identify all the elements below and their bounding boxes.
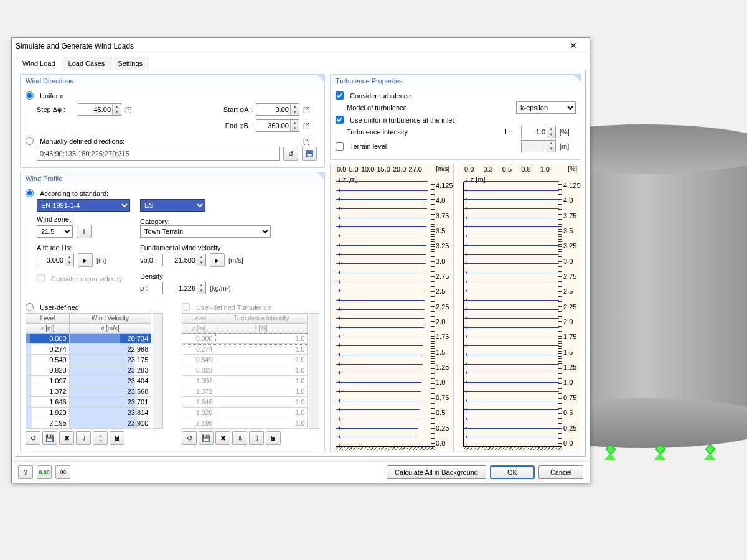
unit-step: [°] xyxy=(125,106,141,113)
label-rho: ρ : xyxy=(140,284,159,292)
help-icon-button[interactable]: ? xyxy=(18,465,33,479)
unit-end: [°] xyxy=(303,122,319,129)
scrollbar-velocity-table[interactable] xyxy=(153,313,163,429)
table-row: 0.5491.0 xyxy=(182,355,308,365)
table-row: 1.9201.0 xyxy=(182,408,308,418)
chart-turbulence-intensity: 0.00.30.50.81.0 [%] ↑ z [m] 0.00.250.50.… xyxy=(458,164,581,452)
chart-vel-xunit: [m/s] xyxy=(436,166,449,172)
delete-row-icon[interactable]: ✖ xyxy=(215,431,230,445)
table-row: 1.3721.0 xyxy=(182,386,308,397)
wind-loads-dialog: Simulate and Generate Wind Loads ✕ Wind … xyxy=(11,37,590,483)
input-rho[interactable] xyxy=(162,282,206,294)
label-category: Category: xyxy=(140,218,170,225)
radio-user-defined[interactable] xyxy=(26,303,34,311)
input-end[interactable] xyxy=(256,119,299,132)
select-wind-zone[interactable]: 21.5 xyxy=(37,225,73,238)
input-manual-directions[interactable] xyxy=(37,147,280,161)
group-title-turbulence: Turbulence Properties xyxy=(336,77,403,85)
input-altitude[interactable] xyxy=(37,254,74,266)
export-icon[interactable]: ⇧ xyxy=(249,431,264,445)
table-row[interactable]: 0.54923.175 xyxy=(26,355,151,365)
revert-icon[interactable]: ↺ xyxy=(26,431,40,445)
window-title: Simulate and Generate Wind Loads xyxy=(16,42,134,50)
input-step[interactable] xyxy=(78,103,121,116)
select-turb-model[interactable]: k-epsilon xyxy=(516,101,576,114)
altitude-play-icon[interactable]: ▸ xyxy=(78,253,93,267)
radio-manual[interactable] xyxy=(26,137,34,145)
label-wind-zone: Wind zone: xyxy=(37,215,71,223)
units-icon-button[interactable]: 0.00 xyxy=(37,465,52,479)
table-row[interactable]: 1.64623.701 xyxy=(26,397,151,408)
label-end: End φB : xyxy=(215,122,252,129)
label-I: I : xyxy=(505,128,517,136)
label-manual: Manually defined directions: xyxy=(40,138,125,145)
input-start[interactable] xyxy=(256,103,299,116)
svg-rect-1 xyxy=(308,154,312,157)
dialog-footer: ? 0.00 👁 Calculate All in Background OK … xyxy=(12,461,590,483)
check-consider-turbulence[interactable] xyxy=(336,91,344,100)
revert-icon-button[interactable]: ↺ xyxy=(283,147,298,161)
calculate-background-button[interactable]: Calculate All in Background xyxy=(387,465,486,479)
calculator-icon[interactable]: 🖩 xyxy=(110,431,125,445)
toolbar-velocity-table: ↺ 💾 ✖ ⇩ ⇧ 🖩 xyxy=(26,431,163,445)
table-row: 0.0001.0 xyxy=(182,334,308,344)
label-fundamental-velocity: Fundamental wind velocity xyxy=(140,244,221,251)
group-wind-profile: Wind Profile According to standard: EN 1… xyxy=(20,172,325,452)
label-density: Density xyxy=(140,273,163,280)
tab-settings[interactable]: Settings xyxy=(111,57,149,70)
info-icon-button[interactable]: i xyxy=(77,225,92,238)
calculator-icon[interactable]: 🖩 xyxy=(266,431,281,445)
save-icon[interactable]: 💾 xyxy=(42,431,57,445)
check-terrain-level[interactable] xyxy=(336,142,344,151)
unit-altitude: [m] xyxy=(96,256,113,264)
select-standard[interactable]: EN 1991-1-4 xyxy=(37,199,130,212)
table-row: 1.0971.0 xyxy=(182,376,308,386)
group-title-wind-profile: Wind Profile xyxy=(26,175,62,182)
select-national-annex[interactable]: BS xyxy=(140,199,205,212)
table-row[interactable]: 0.82323.283 xyxy=(26,365,151,376)
group-turbulence-properties: Turbulence Properties Consider turbulenc… xyxy=(330,74,581,160)
input-vb0[interactable] xyxy=(162,254,206,266)
table-row[interactable]: 1.37223.568 xyxy=(26,386,151,397)
ok-button[interactable]: OK xyxy=(490,465,535,479)
close-button[interactable]: ✕ xyxy=(561,40,586,52)
label-step: Step Δφ : xyxy=(37,106,74,113)
tab-wind-load[interactable]: Wind Load xyxy=(16,57,62,70)
scrollbar-turbulence-table[interactable] xyxy=(309,313,319,429)
chart-wind-velocity: 0.05.010.015.020.027.0 [m/s] ↑ z [m] 0.0… xyxy=(330,164,454,452)
tab-load-cases[interactable]: Load Cases xyxy=(62,57,112,70)
radio-uniform[interactable] xyxy=(26,91,34,100)
import-icon[interactable]: ⇩ xyxy=(232,431,247,445)
revert-icon[interactable]: ↺ xyxy=(182,431,197,445)
table-row[interactable]: 0.00020.734 xyxy=(26,334,151,344)
save-icon[interactable]: 💾 xyxy=(199,431,214,445)
radio-according-standard[interactable] xyxy=(26,189,34,197)
label-user-defined: User-defined xyxy=(40,304,79,311)
table-turbulence: LevelTurbulence intensity z [m]I [%] 0.0… xyxy=(182,313,308,429)
cancel-button[interactable]: Cancel xyxy=(538,465,583,479)
import-icon[interactable]: ⇩ xyxy=(76,431,91,445)
delete-row-icon[interactable]: ✖ xyxy=(59,431,74,445)
unit-rho: [kg/m³] xyxy=(210,284,241,292)
export-icon[interactable]: ⇧ xyxy=(93,431,108,445)
table-row[interactable]: 1.09723.404 xyxy=(26,376,151,386)
save-icon-button[interactable] xyxy=(302,147,317,161)
table-wind-velocity[interactable]: LevelWind Velocity z [m]v [m/s] 0.00020.… xyxy=(26,313,151,429)
input-terrain-level xyxy=(521,140,556,152)
input-turb-intensity[interactable] xyxy=(521,126,556,138)
check-uniform-inlet[interactable] xyxy=(336,116,344,124)
label-vb0: vb,0 : xyxy=(140,256,159,264)
chart-turb-xunit: [%] xyxy=(568,166,577,172)
unit-start: [°] xyxy=(303,106,319,113)
table-row[interactable]: 0.27422.988 xyxy=(26,344,151,355)
table-row[interactable]: 1.92023.814 xyxy=(26,408,151,418)
select-category[interactable]: Town Terrain xyxy=(140,225,271,238)
vb-play-icon[interactable]: ▸ xyxy=(210,253,225,267)
preview-icon-button[interactable]: 👁 xyxy=(55,465,70,479)
label-turb-model: Model of turbulence xyxy=(347,104,512,111)
check-user-defined-turbulence xyxy=(182,303,190,311)
titlebar[interactable]: Simulate and Generate Wind Loads ✕ xyxy=(12,38,590,54)
label-start: Start φA : xyxy=(215,106,252,113)
label-uniform: Uniform xyxy=(40,92,64,100)
table-row[interactable]: 2.19523.910 xyxy=(26,418,151,429)
